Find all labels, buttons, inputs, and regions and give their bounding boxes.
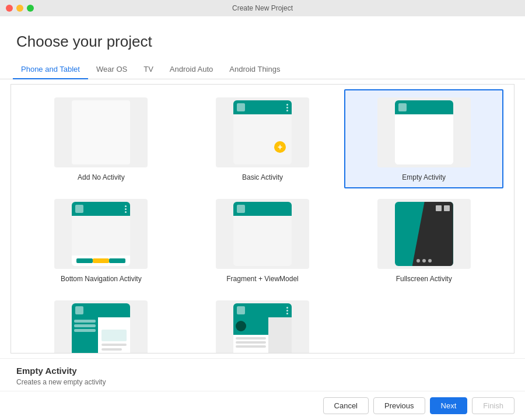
bd-3 (428, 259, 432, 262)
fullscreen-diagonal (412, 202, 453, 266)
drawer-panel (233, 317, 268, 354)
master-body (72, 317, 130, 354)
drawer-items (233, 335, 268, 350)
fs-icon-2 (444, 205, 450, 211)
drawer-item-1 (236, 337, 266, 340)
window-title: Create New Project (232, 4, 293, 12)
fragment-phone-mockup (233, 202, 292, 266)
activity-nav-drawer[interactable]: Navigation Drawer Activity (183, 292, 342, 354)
maximize-button[interactable] (27, 5, 34, 12)
activity-fragment-viewmodel[interactable]: Fragment + ViewModel (183, 191, 342, 290)
empty-body (395, 114, 453, 164)
empty-activity-label: Empty Activity (402, 173, 446, 181)
nav-drawer-right (268, 317, 292, 354)
activity-fullscreen[interactable]: Fullscreen Activity (344, 191, 503, 290)
fullscreen-label: Fullscreen Activity (396, 275, 452, 283)
basic-back-icon (237, 103, 245, 111)
master-detail-preview (54, 300, 148, 354)
master-back-icon (75, 306, 83, 314)
fs-icon-1 (436, 205, 442, 211)
fullscreen-bottom-dots (416, 259, 432, 262)
bottom-nav-bar (72, 256, 130, 266)
fragment-viewmodel-label: Fragment + ViewModel (226, 275, 299, 283)
footer-buttons: Cancel Previous Next Finish (0, 391, 525, 420)
tabs-bar: Phone and Tablet Wear OS TV Android Auto… (0, 51, 525, 79)
bd-2 (422, 259, 426, 262)
bottom-nav-teal-bar (72, 202, 130, 216)
basic-activity-preview: + (216, 97, 309, 167)
tab-tv[interactable]: TV (135, 60, 162, 79)
nav-drawer-mockup (233, 303, 292, 354)
empty-activity-preview (377, 97, 471, 167)
add-no-activity-label: Add No Activity (78, 173, 125, 181)
previous-button[interactable]: Previous (373, 397, 425, 414)
master-detail-mockup (72, 303, 130, 354)
master-list (72, 317, 98, 354)
fragment-viewmodel-preview (216, 199, 309, 269)
empty-back-icon (398, 103, 407, 111)
drawer-header (233, 317, 268, 335)
nav-drawer-teal-bar (233, 303, 292, 317)
page-title: Choose your project (0, 16, 525, 51)
add-no-activity-empty (72, 100, 130, 164)
main-window: Choose your project Phone and Tablet Wea… (0, 16, 525, 420)
cancel-button[interactable]: Cancel (323, 397, 369, 414)
selected-activity-title: Empty Activity (16, 366, 509, 376)
add-no-activity-preview (54, 97, 148, 167)
bottom-nav-label: Bottom Navigation Activity (61, 275, 142, 283)
bottom-nav-menu (125, 205, 127, 213)
window-controls (6, 5, 34, 12)
finish-button[interactable]: Finish (472, 397, 514, 414)
fragment-teal-bar (233, 202, 292, 216)
tab-android-auto[interactable]: Android Auto (162, 60, 221, 79)
next-button[interactable]: Next (430, 397, 468, 414)
basic-body (233, 114, 292, 164)
nav-drawer-body (233, 317, 292, 354)
bottom-nav-mockup (72, 202, 130, 266)
fullscreen-icons (436, 205, 450, 211)
basic-phone-mockup: + (233, 100, 292, 164)
drawer-item-2 (236, 341, 266, 344)
empty-teal-bar (395, 100, 453, 114)
bd-1 (416, 259, 420, 262)
fragment-body (233, 216, 292, 266)
tab-android-things[interactable]: Android Things (221, 60, 288, 79)
master-teal-bar (72, 303, 130, 317)
activity-empty-activity[interactable]: Empty Activity (344, 89, 503, 188)
bottom-nav-preview (54, 199, 148, 269)
selected-activity-description: Creates a new empty activity (16, 378, 509, 386)
basic-menu-icon (286, 104, 288, 111)
fullscreen-phone-mockup (395, 202, 453, 266)
activity-grid: Add No Activity (22, 89, 503, 354)
nav-drawer-menu (286, 307, 288, 314)
basic-teal-bar (233, 100, 292, 114)
activity-add-no-activity[interactable]: Add No Activity (22, 89, 181, 188)
basic-activity-label: Basic Activity (242, 173, 283, 181)
nav-drawer-preview (216, 300, 309, 354)
drawer-avatar (236, 321, 246, 331)
bottom-nav-body (72, 216, 130, 256)
tab-phone-tablet[interactable]: Phone and Tablet (13, 60, 88, 79)
activity-bottom-nav[interactable]: Bottom Navigation Activity (22, 191, 181, 290)
bottom-info: Empty Activity Creates a new empty activ… (0, 358, 525, 391)
fab-button: + (274, 141, 286, 153)
fragment-back-icon (237, 205, 245, 213)
activity-master-detail[interactable]: Master/Detail Flow (22, 292, 181, 354)
title-bar: Create New Project (0, 0, 525, 16)
nav-drawer-menu-icon (237, 306, 245, 314)
bottom-nav-back-icon (75, 205, 83, 213)
empty-phone-mockup (395, 100, 453, 164)
activity-basic-activity[interactable]: + Basic Activity (183, 89, 342, 188)
activity-grid-area[interactable]: Add No Activity (10, 84, 514, 354)
minimize-button[interactable] (16, 5, 23, 12)
tab-wear-os[interactable]: Wear OS (88, 60, 135, 79)
detail-panel (98, 317, 130, 354)
drawer-item-3 (236, 345, 266, 348)
close-button[interactable] (6, 5, 13, 12)
fullscreen-preview (377, 199, 471, 269)
